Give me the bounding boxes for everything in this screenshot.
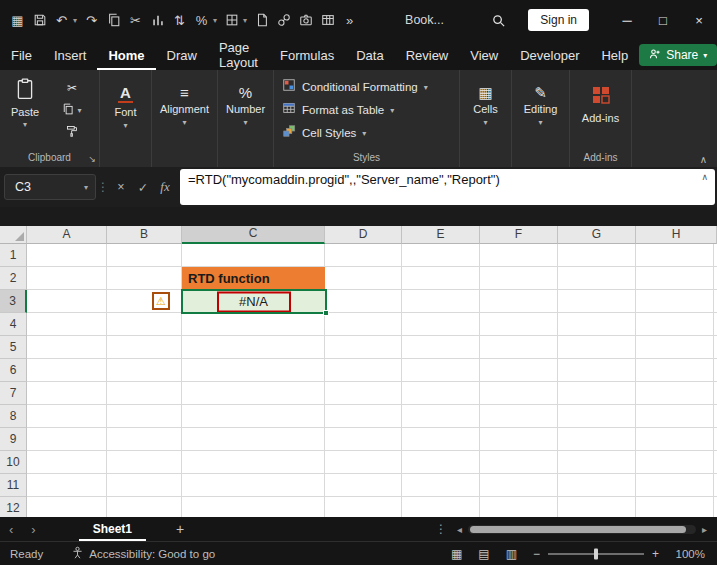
number-settings-button[interactable]: % Number ▾: [218, 75, 273, 151]
new-document-icon[interactable]: [254, 12, 269, 28]
undo-icon[interactable]: ↶: [54, 12, 69, 28]
horizontal-scrollbar-thumb[interactable]: [470, 526, 686, 533]
row-header-6[interactable]: 6: [0, 359, 27, 382]
more-commands-icon[interactable]: »: [342, 12, 357, 28]
cut-button[interactable]: ✂: [50, 77, 94, 99]
row-header-11[interactable]: 11: [0, 474, 27, 497]
row-header-9[interactable]: 9: [0, 428, 27, 451]
customize-quick-access-icon[interactable]: ▦: [10, 12, 25, 28]
fill-handle[interactable]: [323, 310, 329, 316]
column-header-g[interactable]: G: [558, 226, 636, 244]
cell-styles-button[interactable]: Cell Styles ▾: [282, 122, 459, 144]
tab-view[interactable]: View: [459, 40, 509, 70]
normal-view-icon[interactable]: ▦: [451, 547, 462, 561]
row-header-1[interactable]: 1: [0, 244, 27, 267]
paste-button[interactable]: Paste ▾: [0, 75, 50, 151]
sheet-nav-right-icon[interactable]: ›: [22, 522, 44, 537]
redo-icon[interactable]: ↷: [84, 12, 99, 28]
name-box[interactable]: C3 ▾: [4, 174, 96, 200]
sheet-tab-sheet1[interactable]: Sheet1: [79, 517, 146, 541]
format-as-table-button[interactable]: Format as Table ▾: [282, 99, 459, 121]
sort-icon[interactable]: ⇅: [172, 12, 187, 28]
row-header-7[interactable]: 7: [0, 382, 27, 405]
zoom-level[interactable]: 100%: [675, 548, 705, 560]
editing-button[interactable]: ✎ Editing ▾: [512, 75, 569, 151]
horizontal-scrollbar[interactable]: [468, 525, 696, 534]
select-all-button[interactable]: [0, 226, 27, 244]
row-header-2[interactable]: 2: [0, 267, 27, 290]
column-header-h[interactable]: H: [636, 226, 717, 244]
zoom-in-icon[interactable]: +: [652, 547, 659, 561]
camera-icon[interactable]: [298, 12, 313, 28]
accessibility-status[interactable]: Accessibility: Good to go: [71, 546, 215, 561]
row-header-4[interactable]: 4: [0, 313, 27, 336]
search-icon[interactable]: [491, 12, 506, 28]
format-painter-button[interactable]: [50, 121, 94, 143]
tab-help[interactable]: Help: [590, 40, 639, 70]
tab-file[interactable]: File: [0, 40, 43, 70]
cancel-icon[interactable]: ×: [110, 180, 132, 194]
tab-review[interactable]: Review: [395, 40, 460, 70]
add-ins-button[interactable]: Add-ins: [570, 75, 631, 151]
link-icon[interactable]: [276, 12, 291, 28]
font-settings-button[interactable]: A Font ▾: [100, 75, 151, 151]
error-options-button[interactable]: ⚠: [152, 292, 170, 310]
maximize-button[interactable]: □: [645, 0, 681, 40]
conditional-formatting-button[interactable]: Conditional Formatting ▾: [282, 76, 459, 98]
cell-c2[interactable]: RTD function: [182, 267, 325, 290]
collapse-ribbon-icon[interactable]: ∧: [700, 154, 707, 165]
new-sheet-button[interactable]: +: [176, 521, 184, 537]
tab-home[interactable]: Home: [97, 40, 155, 70]
row-header-10[interactable]: 10: [0, 451, 27, 474]
table-icon[interactable]: [320, 12, 335, 28]
page-layout-view-icon[interactable]: ▤: [478, 547, 489, 561]
column-header-e[interactable]: E: [402, 226, 480, 244]
enter-icon[interactable]: ✓: [132, 180, 154, 195]
alignment-settings-button[interactable]: ≡ Alignment ▾: [152, 75, 217, 151]
cells-button[interactable]: ▦ Cells ▾: [460, 75, 511, 151]
row-header-5[interactable]: 5: [0, 336, 27, 359]
column-header-f[interactable]: F: [480, 226, 558, 244]
collapse-formula-bar-icon[interactable]: ∧: [701, 172, 708, 182]
undo-dropdown-caret[interactable]: ▾: [73, 16, 77, 25]
borders-dropdown-caret[interactable]: ▾: [243, 16, 247, 25]
copy-button[interactable]: ▾: [50, 99, 94, 121]
insert-function-icon[interactable]: fx: [154, 179, 176, 195]
percent-dropdown-caret[interactable]: ▾: [213, 16, 217, 25]
tab-draw[interactable]: Draw: [156, 40, 208, 70]
row-header-12[interactable]: 12: [0, 497, 27, 517]
tab-insert[interactable]: Insert: [43, 40, 98, 70]
close-button[interactable]: ×: [681, 0, 717, 40]
cut-icon[interactable]: ✂: [128, 12, 143, 28]
sheet-grid[interactable]: 1 2 3 4 5 6 7 8 9 10 11 12 RTD function …: [0, 244, 717, 517]
tab-page-layout[interactable]: Page Layout: [208, 40, 269, 70]
zoom-out-icon[interactable]: −: [533, 547, 540, 561]
tab-developer[interactable]: Developer: [509, 40, 590, 70]
tab-data[interactable]: Data: [345, 40, 394, 70]
formula-input[interactable]: =RTD("mycomaddin.progid",,"Server_name",…: [180, 169, 715, 205]
row-header-3[interactable]: 3: [0, 290, 27, 313]
save-icon[interactable]: [32, 12, 47, 28]
column-header-c[interactable]: C: [182, 226, 325, 244]
column-header-a[interactable]: A: [27, 226, 107, 244]
cell-c3[interactable]: #N/A: [182, 290, 325, 313]
minimize-button[interactable]: ─: [609, 0, 645, 40]
zoom-slider[interactable]: [548, 553, 644, 555]
sheet-nav-left-icon[interactable]: ‹: [0, 522, 22, 537]
copy-icon[interactable]: [106, 12, 121, 28]
clipboard-dialog-launcher-icon[interactable]: ↘: [88, 152, 96, 166]
tab-formulas[interactable]: Formulas: [269, 40, 345, 70]
sign-in-button[interactable]: Sign in: [528, 9, 589, 31]
tab-bar-options-icon[interactable]: ⋮: [431, 522, 451, 536]
percent-style-icon[interactable]: %: [194, 12, 209, 28]
page-break-view-icon[interactable]: ▥: [506, 547, 517, 561]
share-button[interactable]: Share ▾: [639, 44, 717, 66]
scroll-right-icon[interactable]: ▸: [702, 524, 707, 535]
chart-icon[interactable]: [150, 12, 165, 28]
row-header-8[interactable]: 8: [0, 405, 27, 428]
zoom-slider-thumb[interactable]: [594, 548, 598, 559]
column-header-d[interactable]: D: [325, 226, 402, 244]
borders-icon[interactable]: [224, 12, 239, 28]
scroll-left-icon[interactable]: ◂: [457, 524, 462, 535]
column-header-b[interactable]: B: [107, 226, 182, 244]
